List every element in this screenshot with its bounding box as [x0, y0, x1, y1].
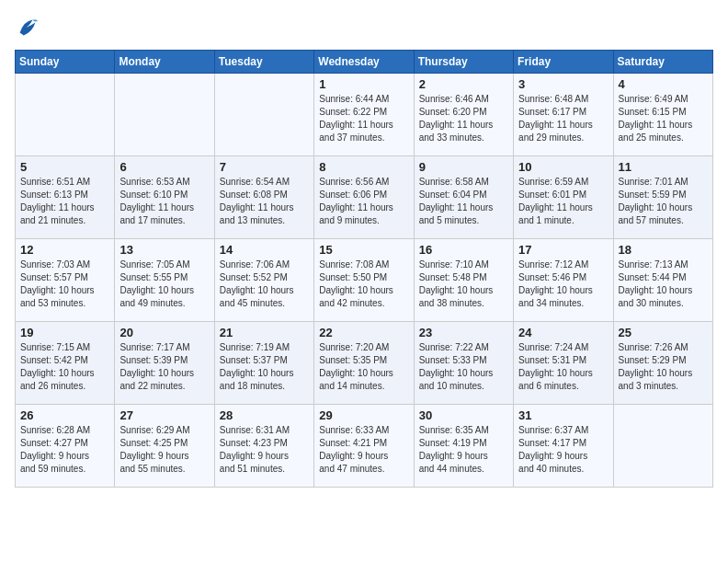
day-info: Sunrise: 6:31 AM Sunset: 4:23 PM Dayligh…: [220, 424, 309, 476]
day-number: 22: [319, 326, 408, 339]
day-info: Sunrise: 7:19 AM Sunset: 5:37 PM Dayligh…: [220, 341, 309, 393]
day-number: 14: [220, 243, 309, 257]
day-info: Sunrise: 6:35 AM Sunset: 4:19 PM Dayligh…: [419, 424, 508, 476]
weekday-header-thursday: Thursday: [414, 51, 513, 74]
day-number: 7: [220, 160, 309, 174]
day-info: Sunrise: 6:56 AM Sunset: 6:06 PM Dayligh…: [319, 176, 408, 227]
weekday-header-friday: Friday: [514, 51, 613, 74]
calendar-cell: 19Sunrise: 7:15 AM Sunset: 5:42 PM Dayli…: [16, 322, 115, 405]
day-info: Sunrise: 7:03 AM Sunset: 5:57 PM Dayligh…: [20, 259, 109, 310]
calendar-cell: 23Sunrise: 7:22 AM Sunset: 5:33 PM Dayli…: [414, 322, 513, 405]
day-number: 24: [518, 326, 608, 339]
calendar-cell: 7Sunrise: 6:54 AM Sunset: 6:08 PM Daylig…: [214, 156, 313, 239]
calendar-week-row: 26Sunrise: 6:28 AM Sunset: 4:27 PM Dayli…: [16, 405, 713, 488]
day-number: 17: [518, 243, 608, 257]
calendar-cell: 9Sunrise: 6:58 AM Sunset: 6:04 PM Daylig…: [414, 156, 513, 239]
logo-icon: [15, 15, 40, 40]
day-info: Sunrise: 7:15 AM Sunset: 5:42 PM Dayligh…: [20, 341, 109, 393]
calendar-cell: [613, 405, 712, 488]
day-info: Sunrise: 6:48 AM Sunset: 6:17 PM Dayligh…: [518, 93, 608, 144]
logo: [15, 15, 44, 40]
calendar-cell: [115, 74, 214, 156]
day-info: Sunrise: 7:05 AM Sunset: 5:55 PM Dayligh…: [119, 259, 209, 310]
calendar-cell: 31Sunrise: 6:37 AM Sunset: 4:17 PM Dayli…: [514, 405, 613, 488]
calendar-week-row: 5Sunrise: 6:51 AM Sunset: 6:13 PM Daylig…: [16, 156, 713, 239]
day-info: Sunrise: 6:59 AM Sunset: 6:01 PM Dayligh…: [518, 176, 608, 227]
day-number: 23: [419, 326, 508, 339]
day-number: 31: [518, 408, 608, 422]
calendar-week-row: 19Sunrise: 7:15 AM Sunset: 5:42 PM Dayli…: [16, 322, 713, 405]
calendar-cell: 11Sunrise: 7:01 AM Sunset: 5:59 PM Dayli…: [613, 156, 712, 239]
day-info: Sunrise: 7:17 AM Sunset: 5:39 PM Dayligh…: [119, 341, 209, 393]
calendar-cell: 2Sunrise: 6:46 AM Sunset: 6:20 PM Daylig…: [414, 74, 513, 156]
calendar-cell: [16, 74, 115, 156]
day-number: 16: [419, 243, 508, 257]
calendar-cell: 29Sunrise: 6:33 AM Sunset: 4:21 PM Dayli…: [314, 405, 414, 488]
day-number: 30: [419, 408, 508, 422]
calendar-cell: 14Sunrise: 7:06 AM Sunset: 5:52 PM Dayli…: [214, 239, 313, 322]
calendar-cell: 3Sunrise: 6:48 AM Sunset: 6:17 PM Daylig…: [514, 74, 613, 156]
day-number: 20: [119, 326, 209, 339]
calendar-cell: 22Sunrise: 7:20 AM Sunset: 5:35 PM Dayli…: [314, 322, 414, 405]
calendar-cell: 30Sunrise: 6:35 AM Sunset: 4:19 PM Dayli…: [414, 405, 513, 488]
day-info: Sunrise: 6:46 AM Sunset: 6:20 PM Dayligh…: [419, 93, 508, 144]
calendar-cell: 12Sunrise: 7:03 AM Sunset: 5:57 PM Dayli…: [16, 239, 115, 322]
weekday-header-sunday: Sunday: [16, 51, 115, 74]
day-number: 27: [119, 408, 209, 422]
day-number: 18: [619, 243, 708, 257]
weekday-header-saturday: Saturday: [613, 51, 712, 74]
day-number: 19: [20, 326, 109, 339]
calendar-cell: 6Sunrise: 6:53 AM Sunset: 6:10 PM Daylig…: [115, 156, 214, 239]
day-info: Sunrise: 6:53 AM Sunset: 6:10 PM Dayligh…: [119, 176, 209, 227]
day-info: Sunrise: 7:24 AM Sunset: 5:31 PM Dayligh…: [518, 341, 608, 393]
day-info: Sunrise: 7:13 AM Sunset: 5:44 PM Dayligh…: [619, 259, 708, 310]
day-number: 1: [319, 77, 408, 91]
weekday-header-wednesday: Wednesday: [314, 51, 414, 74]
day-number: 10: [518, 160, 608, 174]
day-number: 28: [220, 408, 309, 422]
day-number: 3: [518, 77, 608, 91]
day-info: Sunrise: 6:51 AM Sunset: 6:13 PM Dayligh…: [20, 176, 109, 227]
day-info: Sunrise: 7:22 AM Sunset: 5:33 PM Dayligh…: [419, 341, 508, 393]
day-info: Sunrise: 6:49 AM Sunset: 6:15 PM Dayligh…: [619, 93, 708, 144]
calendar-cell: 5Sunrise: 6:51 AM Sunset: 6:13 PM Daylig…: [16, 156, 115, 239]
calendar-cell: 13Sunrise: 7:05 AM Sunset: 5:55 PM Dayli…: [115, 239, 214, 322]
weekday-header-row: SundayMondayTuesdayWednesdayThursdayFrid…: [16, 51, 713, 74]
calendar-cell: 28Sunrise: 6:31 AM Sunset: 4:23 PM Dayli…: [214, 405, 313, 488]
calendar-week-row: 1Sunrise: 6:44 AM Sunset: 6:22 PM Daylig…: [16, 74, 713, 156]
day-number: 12: [20, 243, 109, 257]
day-number: 6: [119, 160, 209, 174]
day-info: Sunrise: 6:29 AM Sunset: 4:25 PM Dayligh…: [119, 424, 209, 476]
day-info: Sunrise: 7:08 AM Sunset: 5:50 PM Dayligh…: [319, 259, 408, 310]
day-number: 29: [319, 408, 408, 422]
day-number: 9: [419, 160, 508, 174]
day-info: Sunrise: 6:33 AM Sunset: 4:21 PM Dayligh…: [319, 424, 408, 476]
calendar-cell: 18Sunrise: 7:13 AM Sunset: 5:44 PM Dayli…: [613, 239, 712, 322]
calendar-cell: [214, 74, 313, 156]
calendar-cell: 25Sunrise: 7:26 AM Sunset: 5:29 PM Dayli…: [613, 322, 712, 405]
weekday-header-monday: Monday: [115, 51, 214, 74]
calendar-cell: 26Sunrise: 6:28 AM Sunset: 4:27 PM Dayli…: [16, 405, 115, 488]
weekday-header-tuesday: Tuesday: [214, 51, 313, 74]
page-header: [15, 15, 713, 40]
day-number: 8: [319, 160, 408, 174]
day-info: Sunrise: 6:58 AM Sunset: 6:04 PM Dayligh…: [419, 176, 508, 227]
day-info: Sunrise: 7:06 AM Sunset: 5:52 PM Dayligh…: [220, 259, 309, 310]
day-number: 26: [20, 408, 109, 422]
calendar-cell: 21Sunrise: 7:19 AM Sunset: 5:37 PM Dayli…: [214, 322, 313, 405]
day-info: Sunrise: 7:01 AM Sunset: 5:59 PM Dayligh…: [619, 176, 708, 227]
day-number: 11: [619, 160, 708, 174]
day-info: Sunrise: 6:28 AM Sunset: 4:27 PM Dayligh…: [20, 424, 109, 476]
calendar-cell: 16Sunrise: 7:10 AM Sunset: 5:48 PM Dayli…: [414, 239, 513, 322]
calendar-cell: 4Sunrise: 6:49 AM Sunset: 6:15 PM Daylig…: [613, 74, 712, 156]
calendar-cell: 24Sunrise: 7:24 AM Sunset: 5:31 PM Dayli…: [514, 322, 613, 405]
day-info: Sunrise: 6:37 AM Sunset: 4:17 PM Dayligh…: [518, 424, 608, 476]
day-info: Sunrise: 7:20 AM Sunset: 5:35 PM Dayligh…: [319, 341, 408, 393]
day-number: 21: [220, 326, 309, 339]
day-number: 5: [20, 160, 109, 174]
calendar-cell: 20Sunrise: 7:17 AM Sunset: 5:39 PM Dayli…: [115, 322, 214, 405]
day-number: 15: [319, 243, 408, 257]
calendar-cell: 8Sunrise: 6:56 AM Sunset: 6:06 PM Daylig…: [314, 156, 414, 239]
calendar-cell: 15Sunrise: 7:08 AM Sunset: 5:50 PM Dayli…: [314, 239, 414, 322]
day-number: 4: [619, 77, 708, 91]
